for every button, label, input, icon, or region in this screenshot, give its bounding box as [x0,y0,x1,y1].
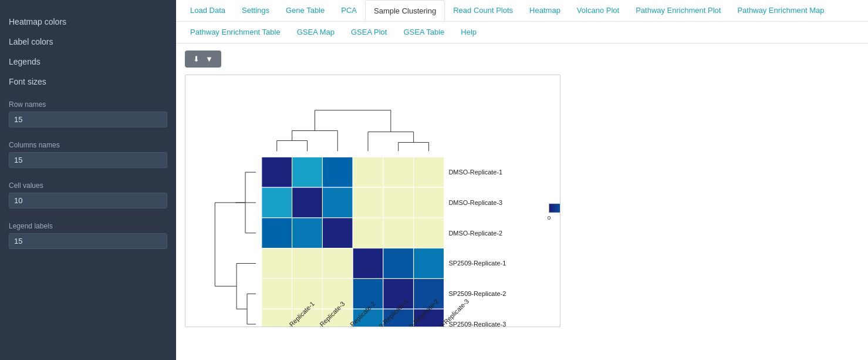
tab-pathway-enrichment-plot[interactable]: Pathway Enrichment Plot [627,0,729,22]
tab-pathway-enrichment-map[interactable]: Pathway Enrichment Map [729,0,832,22]
sidebar-nav: Heatmap colorsLabel colorsLegendsFont si… [0,12,176,92]
tab-gsea-plot[interactable]: GSEA Plot [343,22,395,43]
sidebar-fields: Row namesColumns namesCell valuesLegend … [0,92,176,254]
tab-gsea-map[interactable]: GSEA Map [289,22,343,43]
svg-rect-8 [322,187,353,218]
svg-rect-16 [383,218,414,248]
svg-rect-10 [383,187,414,218]
sidebar-field-input-row-names[interactable] [9,112,167,127]
sidebar-item-legends[interactable]: Legends [0,52,176,72]
svg-rect-6 [262,187,292,218]
tab-pathway-enrichment-table[interactable]: Pathway Enrichment Table [182,22,289,43]
sidebar-item-heatmap-colors[interactable]: Heatmap colors [0,12,176,32]
tab-pca[interactable]: PCA [333,0,365,22]
tab-read-count-plots[interactable]: Read Count Plots [445,0,521,22]
svg-rect-21 [353,248,383,279]
svg-text:SP2509-Replicate-2: SP2509-Replicate-2 [448,290,506,297]
svg-rect-14 [322,218,353,248]
svg-rect-5 [414,157,444,187]
sidebar-field-label-cell-values: Cell values [9,181,167,190]
svg-rect-81 [558,204,560,213]
sidebar-item-label-colors[interactable]: Label colors [0,32,176,52]
tab-help[interactable]: Help [452,22,485,43]
svg-text:DMSO-Replicate-3: DMSO-Replicate-3 [448,199,502,206]
tab-load-data[interactable]: Load Data [182,0,234,22]
svg-rect-7 [292,187,323,218]
tabs-row2: Pathway Enrichment TableGSEA MapGSEA Plo… [176,22,868,43]
svg-rect-24 [262,278,292,309]
svg-rect-11 [414,187,444,218]
svg-rect-2 [322,157,353,187]
tabs-row1: Load DataSettingsGene TablePCASample Clu… [176,0,868,22]
svg-text:0: 0 [548,214,551,221]
svg-text:DMSO-Replicate-2: DMSO-Replicate-2 [448,230,502,237]
sidebar-field-section-cell-values: Cell values [0,173,176,213]
svg-rect-15 [353,218,383,248]
sidebar-field-section-col-names: Columns names [0,132,176,173]
dropdown-arrow-icon: ▼ [205,55,213,63]
svg-rect-17 [414,218,444,248]
svg-text:DMSO-Replicate-1: DMSO-Replicate-1 [448,169,502,176]
svg-rect-19 [292,248,323,279]
sidebar-field-input-cell-values[interactable] [9,193,167,208]
svg-text:SP2509-Replicate-1: SP2509-Replicate-1 [448,260,506,267]
sidebar: Heatmap colorsLabel colorsLegendsFont si… [0,0,176,360]
svg-rect-12 [262,218,292,248]
svg-rect-0 [262,157,292,187]
sidebar-field-section-legend-labels: Legend labels [0,213,176,254]
svg-rect-23 [414,248,444,279]
save-plot-button[interactable]: ⬇ ▼ [185,51,221,68]
tab-heatmap[interactable]: Heatmap [521,0,569,22]
svg-rect-13 [292,218,323,248]
sidebar-item-font-sizes[interactable]: Font sizes [0,72,176,92]
svg-rect-20 [322,248,353,279]
svg-rect-1 [292,157,323,187]
tab-volcano-plot[interactable]: Volcano Plot [569,0,627,22]
sidebar-field-label-legend-labels: Legend labels [9,222,167,230]
content-area: ⬇ ▼ DMSO-Replicate-1DMSO-Replicate-3DMSO… [176,43,868,360]
save-icon: ⬇ [193,55,200,63]
sidebar-field-label-row-names: Row names [9,100,167,109]
sidebar-field-label-col-names: Columns names [9,141,167,149]
svg-text:SP2509-Replicate-3: SP2509-Replicate-3 [448,321,506,327]
main-content: Load DataSettingsGene TablePCASample Clu… [176,0,868,360]
sidebar-field-input-col-names[interactable] [9,152,167,168]
tab-gsea-table[interactable]: GSEA Table [395,22,452,43]
tab-settings[interactable]: Settings [234,0,278,22]
plot-container: DMSO-Replicate-1DMSO-Replicate-3DMSO-Rep… [185,75,560,327]
svg-rect-18 [262,248,292,279]
sidebar-field-section-row-names: Row names [0,92,176,132]
sidebar-field-input-legend-labels[interactable] [9,233,167,249]
svg-rect-4 [383,157,414,187]
sidebar-title [0,0,176,12]
svg-rect-3 [353,157,383,187]
svg-rect-22 [383,248,414,279]
tab-gene-table[interactable]: Gene Table [278,0,333,22]
heatmap-svg: DMSO-Replicate-1DMSO-Replicate-3DMSO-Rep… [185,75,560,327]
tab-sample-clustering[interactable]: Sample Clustering [365,0,445,22]
svg-rect-9 [353,187,383,218]
